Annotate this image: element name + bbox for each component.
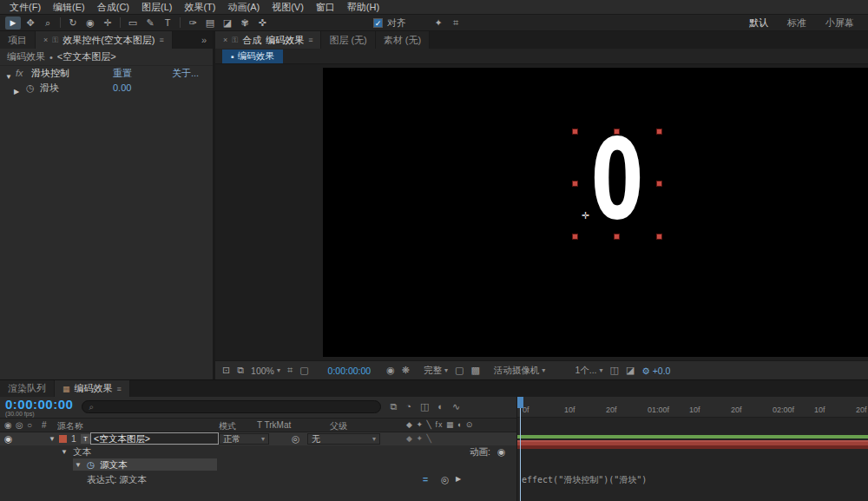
roi-icon[interactable]: ▢	[455, 365, 464, 376]
effect-header-row[interactable]: ▼ fx 滑块控制 重置 关于...	[0, 66, 213, 81]
comp-canvas[interactable]: 0 ✛	[323, 68, 868, 357]
expression-enable-icon[interactable]: =	[423, 474, 428, 485]
cti-handle[interactable]	[517, 397, 523, 408]
pan-behind-tool-icon[interactable]: ✛	[100, 16, 115, 30]
zoom-tool-icon[interactable]: ⌕	[40, 16, 56, 30]
column-trkmat[interactable]: T TrkMat	[257, 420, 291, 430]
menu-item-view[interactable]: 视图(V)	[266, 0, 310, 15]
workspace-small-screen[interactable]: 小屏幕	[816, 16, 864, 30]
hand-tool-icon[interactable]: ✥	[23, 16, 38, 30]
exposure-control[interactable]: ⚙ +0.0	[641, 366, 670, 376]
motion-blur-icon[interactable]: ◐	[437, 401, 444, 412]
selection-handle[interactable]	[572, 129, 578, 135]
column-parent[interactable]: 父级	[330, 420, 347, 432]
stopwatch-icon[interactable]: ◷	[26, 81, 35, 96]
layer-twirl-icon[interactable]: ▼	[49, 435, 56, 443]
resolution-control[interactable]: 完整 ▾	[424, 365, 448, 377]
clone-stamp-tool-icon[interactable]: ▤	[202, 16, 218, 30]
time-ruler[interactable]: 0f 10f 20f 01:00f 10f 20f 02:00f 10f 20f	[517, 397, 868, 418]
text-layer-digit[interactable]: 0	[591, 124, 644, 235]
layer-eye-icon[interactable]: ◉	[4, 433, 12, 444]
channels-icon[interactable]: ❋	[402, 365, 410, 376]
tab-layer[interactable]: 图层 (无)	[321, 31, 375, 49]
column-source-name[interactable]: 源名称	[57, 420, 83, 432]
selection-handle[interactable]	[656, 234, 662, 240]
menu-item-layer[interactable]: 图层(L)	[135, 0, 178, 15]
tab-timeline-comp[interactable]: ▦ 编码效果 ≡	[55, 380, 130, 397]
blend-mode-dropdown[interactable]: 正常 ▾	[219, 433, 269, 445]
mini-flowchart-icon[interactable]: ⧉	[390, 401, 397, 412]
tab-project[interactable]: 项目	[0, 31, 36, 49]
menu-item-help[interactable]: 帮助(H)	[341, 0, 385, 15]
type-tool-icon[interactable]: T	[160, 16, 175, 30]
lock-icon[interactable]: ⚿	[232, 36, 238, 45]
source-text-row[interactable]: ▼ ◷ 源文本	[0, 458, 516, 471]
mask-visibility-icon[interactable]: ▢	[299, 365, 308, 376]
zoom-control[interactable]: 100% ▾	[251, 366, 280, 376]
tab-effect-controls[interactable]: × ⚿ 效果控件(空文本图层) ≡	[36, 31, 173, 49]
add-animator-icon[interactable]: ◉	[497, 446, 505, 457]
expression-menu-icon[interactable]: ▶	[456, 475, 461, 483]
expression-text[interactable]: effect("滑块控制")("滑块")	[522, 474, 647, 486]
menu-item-edit[interactable]: 编辑(E)	[47, 0, 91, 15]
layer-switches-icons[interactable]: ◆ ✦ ╲	[406, 434, 432, 443]
property-value[interactable]: 0.00	[113, 81, 131, 96]
lock-icon[interactable]: ⚿	[52, 36, 58, 45]
effect-name[interactable]: 滑块控制	[31, 66, 69, 81]
menu-item-animation[interactable]: 动画(A)	[222, 0, 266, 15]
menu-item-composition[interactable]: 合成(C)	[91, 0, 135, 15]
camera-tool-icon[interactable]: ◉	[82, 16, 98, 30]
roto-brush-tool-icon[interactable]: ✾	[237, 16, 253, 30]
current-timecode[interactable]: 0:00:00:00	[5, 399, 73, 411]
property-twirl-icon[interactable]: ▶	[14, 84, 19, 99]
frame-blend-icon[interactable]: ◫	[420, 401, 429, 412]
eraser-tool-icon[interactable]: ◪	[220, 16, 235, 30]
comp-viewport[interactable]: 0 ✛	[215, 64, 868, 360]
parent-pickwhip-icon[interactable]: ◎	[292, 433, 299, 444]
parent-dropdown[interactable]: 无 ▾	[307, 433, 380, 445]
preview-timecode[interactable]: 0:00:00:00	[328, 366, 372, 376]
text-group-twirl-icon[interactable]: ▼	[61, 448, 68, 456]
close-icon[interactable]: ×	[223, 36, 227, 44]
shy-icon[interactable]: ◔	[405, 401, 411, 412]
tab-footage[interactable]: 素材 (无)	[376, 31, 430, 49]
tab-render-queue[interactable]: 渲染队列	[0, 380, 55, 397]
tab-composition[interactable]: × ⚿ 合成 编码效果 ≡	[215, 31, 321, 49]
workspace-default[interactable]: 默认	[740, 16, 778, 30]
magnet-icon[interactable]: ✦	[431, 16, 446, 30]
expression-pickwhip-icon[interactable]: ◎	[441, 474, 449, 485]
camera-view-control[interactable]: 活动摄像机 ▾	[494, 365, 546, 377]
comp-pill-tab[interactable]: ▪ 编码效果	[222, 49, 283, 63]
panel-menu-icon[interactable]: ≡	[308, 36, 312, 44]
graph-editor-icon[interactable]: ∿	[452, 401, 460, 412]
text-group-row[interactable]: ▼ 文本 动画: ◉	[0, 445, 516, 458]
selection-tool-icon[interactable]: ►	[5, 16, 21, 30]
current-time-indicator[interactable]	[520, 397, 521, 501]
selection-handle[interactable]	[614, 129, 620, 135]
selection-handle[interactable]	[656, 181, 662, 187]
fast-preview-icon[interactable]: ◪	[626, 365, 635, 376]
source-text-stopwatch-icon[interactable]: ◷	[87, 459, 95, 470]
workspace-standard[interactable]: 标准	[778, 16, 816, 30]
pen-tool-icon[interactable]: ✎	[142, 16, 158, 30]
puppet-pin-tool-icon[interactable]: ✜	[254, 16, 270, 30]
menu-item-window[interactable]: 窗口	[310, 0, 341, 15]
transparency-grid-icon[interactable]: ▩	[470, 365, 479, 376]
brush-tool-icon[interactable]: ✑	[185, 16, 201, 30]
always-preview-icon[interactable]: ⊡	[222, 365, 230, 376]
close-icon[interactable]: ×	[43, 36, 48, 44]
column-mode[interactable]: 模式	[219, 420, 236, 432]
menu-item-file[interactable]: 文件(F)	[3, 0, 47, 15]
dual-view-icon[interactable]: ⧉	[237, 365, 244, 376]
snapshot-icon[interactable]: ◉	[386, 365, 395, 376]
selection-handle[interactable]	[656, 129, 662, 135]
pixel-aspect-icon[interactable]: ◫	[609, 365, 618, 376]
timeline-search-input[interactable]: ⌕	[82, 400, 381, 413]
view-layout-control[interactable]: 1个... ▾	[575, 365, 602, 377]
panel-menu-icon[interactable]: ≡	[117, 385, 122, 393]
align-checkbox[interactable]: ✓ 对齐	[373, 16, 406, 30]
about-link[interactable]: 关于...	[172, 66, 199, 81]
layer-duration-bar[interactable]	[517, 440, 868, 449]
slider-property-row[interactable]: ▶ ◷ 滑块 0.00	[0, 81, 213, 96]
work-area-bar[interactable]	[517, 435, 868, 438]
